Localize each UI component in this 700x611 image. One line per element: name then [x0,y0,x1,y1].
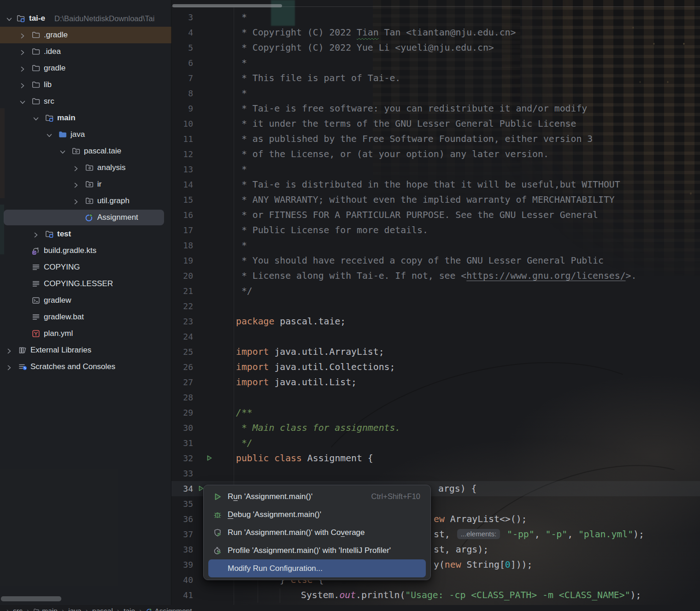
tree-item-gradlew-bat[interactable]: gradlew.bat [0,309,171,325]
tree-item-assignment[interactable]: Assignment [0,209,171,226]
code-token: out [339,590,356,600]
code-token: "-p" [545,529,567,540]
code-line-13: * [236,162,247,177]
chevron-down-icon[interactable] [18,98,27,107]
code-token: , [535,529,546,540]
chevron-right-icon[interactable] [5,363,14,372]
tree-item-copying[interactable]: COPYING [0,259,171,276]
tree-item--gradle[interactable]: .gradle [0,27,171,43]
tree-item-build-gradle-kts[interactable]: build.gradle.kts [0,242,171,259]
inlay-hint[interactable]: ...elements: [457,529,500,539]
chevron-down-icon[interactable] [5,15,14,24]
code-line-21: */ [236,283,253,299]
line-number: 26 [171,359,193,375]
tree-item-external-libraries[interactable]: External Libraries [0,342,171,358]
code-line-10: * it under the terms of the GNU Lesser G… [236,116,576,131]
menu-icon-spacer [213,564,222,573]
code-token: st, [434,529,456,540]
tree-item-pascal-taie[interactable]: pascal.taie [0,143,171,159]
gradle-icon [31,246,41,255]
tree-item-label: .gradle [44,27,68,43]
line-number: 13 [171,162,193,177]
code-line-12: * of the License, or (at your option) an… [236,147,549,162]
code-token: .println( [356,590,405,600]
code-line-39: y(new String[0])); [434,557,532,572]
chevron-right-icon[interactable] [71,197,81,206]
menu-item-debug[interactable]: Debug 'Assignment.main()' [208,505,426,523]
code-token: ArrayList<>(); [445,514,527,524]
tree-item-java[interactable]: java [0,126,171,143]
tree-item-analysis[interactable]: analysis [0,159,171,176]
chevron-right-icon[interactable] [71,164,81,173]
line-number: 10 [171,116,193,131]
breadcrumb-item-src[interactable]: src [13,607,23,611]
run-gutter-icon-line-32[interactable] [206,454,213,462]
chevron-right-icon[interactable] [18,31,27,41]
tree-item-label: COPYING [44,259,80,276]
breadcrumb-label: Assignment [155,607,192,611]
code-token: public class [236,453,302,464]
tree-item-plan-yml[interactable]: plan.yml [0,325,171,342]
menu-item-run-with-coverage[interactable]: Run 'Assignment.main()' with Coverage [208,523,426,541]
line-number: 15 [171,192,193,207]
tree-item-ir[interactable]: ir [0,176,171,193]
code-line-16: * or FITNESS FOR A PARTICULAR PURPOSE. S… [236,207,598,223]
menu-item-profile[interactable]: Profile 'Assignment.main()' with 'Intell… [208,541,426,559]
tree-item-scratches-and-consoles[interactable]: Scratches and Consoles [0,358,171,375]
tree-item-gradle[interactable]: gradle [0,60,171,76]
package-icon [85,196,94,206]
code-line-17: * Public License for more details. [236,223,428,238]
code-token: import [236,347,269,357]
comment-link[interactable]: https://www.gnu.org/licenses/ [466,270,625,281]
code-token: * ANY WARRANTY; without even the implied… [236,194,615,205]
chevron-right-icon[interactable] [31,230,41,240]
breadcrumb-item-java[interactable]: java [68,607,81,611]
editor-hscrollbar-thumb[interactable] [172,4,282,7]
code-line-34: args) { [438,481,476,496]
chevron-right-icon[interactable] [71,181,81,190]
tree-item-label: main [57,110,76,126]
breadcrumb-item-main[interactable]: main [33,607,58,611]
code-line-11: * as published by the Free Software Foun… [236,131,593,147]
chevron-down-icon[interactable] [31,114,41,123]
chevron-right-icon[interactable] [5,347,14,356]
line-number: 29 [171,405,193,420]
menu-item-modify-run-configuration[interactable]: Modify Run Configuration... [208,559,426,577]
breadcrumb-separator: › [27,607,29,611]
libraries-icon [18,346,27,355]
line-number: 37 [171,527,193,542]
breadcrumb-item-assignment[interactable]: Assignment [146,607,192,611]
breadcrumb-item-pascal[interactable]: pascal [92,607,113,611]
folder-badge-icon [16,14,25,23]
chevron-right-icon[interactable] [18,48,27,57]
tree-item-copying-lesser[interactable]: COPYING.LESSER [0,276,171,292]
tree-item-label: util.graph [97,193,129,209]
chevron-down-icon[interactable] [58,147,67,157]
code-line-30: * Main class for assignments. [236,420,400,435]
code-token: * Tai-e is free software: you can redist… [236,103,587,114]
tree-item-test[interactable]: test [0,226,171,242]
project-root-row[interactable]: tai-eD:\BaiduNetdiskDownload\Tai [0,10,171,27]
project-panel-hscrollbar[interactable] [1,596,61,601]
code-token: * it under the terms of the GNU Lesser G… [236,118,576,129]
breadcrumb-separator: › [6,607,9,611]
chevron-down-icon[interactable] [45,131,54,140]
breadcrumb-item-taie[interactable]: taie [124,607,135,611]
line-number: 25 [171,344,193,359]
tree-item-lib[interactable]: lib [0,76,171,93]
menu-item-run[interactable]: Run 'Assignment.main()'Ctrl+Shift+F10 [208,488,426,505]
line-number: 12 [171,147,193,162]
tree-item-gradlew[interactable]: gradlew [0,292,171,309]
chevron-right-icon[interactable] [18,81,27,90]
chevron-right-icon[interactable] [18,65,27,74]
tree-item-src[interactable]: src [0,93,171,110]
code-token: System. [301,590,339,600]
tree-item--idea[interactable]: .idea [0,43,171,60]
tree-item-util-graph[interactable]: util.graph [0,193,171,209]
file-text-icon [31,312,41,322]
tree-item-label: plan.yml [44,325,73,342]
code-token: * Copyright (C) 2022 Yue Li <yueli@nju.e… [236,42,494,53]
tree-item-label: gradlew.bat [44,309,84,325]
tree-item-main[interactable]: main [0,110,171,126]
code-line-37: st, ...elements: "-pp", "-p", "plan.yml"… [434,527,644,542]
